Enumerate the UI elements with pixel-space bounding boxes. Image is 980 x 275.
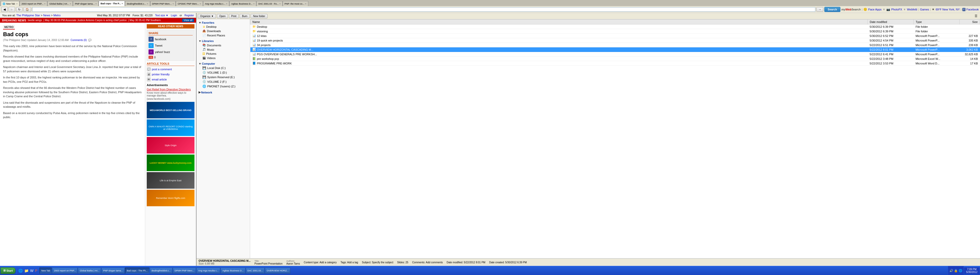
nav-item-volume1[interactable]: 💿 VOLUME 1 (D:) — [198, 70, 248, 75]
taskbar-item-5[interactable]: dealingtheddoti.c... — [150, 268, 173, 274]
quick-word-icon[interactable]: W — [30, 268, 34, 273]
file-row-pgs[interactable]: 📊PGS OVERVIEW GENERALS PRE WORKSH... 5/2… — [250, 52, 980, 57]
tab-active-close[interactable]: × — [121, 2, 123, 5]
tab-8-close[interactable]: × — [226, 3, 228, 5]
tool-print-label[interactable]: printer friendly — [152, 73, 170, 76]
gplus-button[interactable]: +1 — [148, 56, 153, 59]
tab-active[interactable]: Bad cops - The P... × — [99, 1, 125, 6]
photofx-link[interactable]: PhotoFX — [891, 8, 902, 11]
share-yahoo[interactable]: Y! yahoo! buzz — [148, 49, 192, 54]
tab-8[interactable]: Ang mga resulta c... × — [203, 1, 229, 6]
tab-9[interactable]: Agbiac Business D... × — [229, 1, 256, 6]
register-link[interactable]: Register — [185, 14, 194, 17]
nav-item-sysreserved[interactable]: 💾 System Reserved (E:) — [198, 75, 248, 79]
tab-10[interactable]: DnC 2001.03 - Fo... × — [256, 1, 282, 6]
tray-icon-network[interactable]: 🔊 — [950, 269, 953, 272]
file-row-desktop[interactable]: 📁Desktop 5/30/2012 6:39 PM File folder — [250, 24, 980, 29]
home-button[interactable]: 🏠 — [24, 7, 31, 12]
ad-remember[interactable]: Remember Mom! fligifts.com — [147, 190, 194, 206]
col-date[interactable]: Date modified — [868, 20, 914, 24]
share-facebook[interactable]: f facebook — [148, 37, 192, 42]
col-name[interactable]: Name — [250, 20, 868, 24]
taskbar-item-8[interactable]: Agbiac Business D... — [221, 268, 245, 274]
tab-11[interactable]: PNP: the most co... × — [283, 1, 308, 6]
col-type[interactable]: Type — [914, 20, 959, 24]
new-folder-button[interactable]: New folder — [251, 14, 267, 18]
tool-comment-label[interactable]: post a comment — [152, 68, 172, 71]
col-size[interactable]: Size — [959, 20, 980, 24]
nav-item-downloads[interactable]: 📥 Downloads — [198, 29, 248, 33]
file-row-preworkshop[interactable]: 📗pre workshop pcp 5/22/2012 3:48 PM Micr… — [250, 57, 980, 61]
tab-10-close[interactable]: × — [279, 3, 280, 5]
text-size-link[interactable]: Text size ▼ — [155, 14, 169, 17]
taskbar-item-7[interactable]: Ang mga resulta c... — [196, 268, 220, 274]
comments-link[interactable]: Comments (0) — [71, 39, 87, 41]
ad-megaworld[interactable]: MEGAWORLD BEST-SELLING BRAND — [147, 102, 194, 119]
tab-3[interactable]: PNP slogan tama... × — [73, 1, 99, 6]
nav-item-videos[interactable]: 🎬 Videos — [198, 56, 248, 60]
nav-libraries-header[interactable]: ▼ Libraries — [198, 39, 248, 43]
face-apps-link[interactable]: Face Apps — [868, 8, 881, 11]
weather-link[interactable]: 69°F New York, NY — [935, 8, 959, 11]
taskbar-item-9[interactable]: DnC 2001.03... — [246, 268, 265, 274]
print-button[interactable]: Print — [229, 14, 239, 18]
quick-ppt-icon[interactable]: P — [35, 268, 38, 273]
tab-6-close[interactable]: × — [172, 3, 174, 5]
nav-item-local-disk[interactable]: 💾 Local Disk (C:) — [198, 66, 248, 70]
tab-5[interactable]: dealingtheddoti.c... × — [125, 1, 150, 6]
tab-1[interactable]: 2003 report on PNP... × — [20, 1, 47, 6]
ad-lucky[interactable]: LUCKY MONEY www.luckymoney.com — [147, 155, 194, 171]
taskbar-item-4[interactable]: PNP slogan tama... — [101, 268, 124, 274]
tool-email[interactable]: ✉ email article — [147, 77, 194, 82]
ad-digestive-link[interactable]: Get Relief from Digestive Disorders — [147, 88, 194, 91]
tool-comment[interactable]: 💬 post a comment — [147, 67, 194, 71]
tab-7[interactable]: CPSMC PNP Merc... × — [176, 1, 203, 6]
refresh-button[interactable]: ↻ — [16, 7, 22, 12]
nav-item-volume2[interactable]: 💿 VOLUME 2 (F:) — [198, 79, 248, 84]
tool-email-label[interactable]: email article — [152, 78, 167, 81]
file-row-programme[interactable]: 📘PROGRAMME PRE-WORK 5/22/2012 3:53 PM Mi… — [250, 61, 980, 66]
open-button[interactable]: Open — [217, 14, 228, 18]
taskbar-item-active[interactable]: Bad cops - The Ph... — [125, 268, 150, 274]
view-toggle[interactable]: ☰ — [974, 14, 979, 18]
tab-5-close[interactable]: × — [147, 3, 148, 5]
nav-item-documents[interactable]: 📚 Documents — [198, 43, 248, 47]
file-row-overview[interactable]: 📊OVERVIEW HORIZONTAL CASCADING M... 5/22… — [250, 47, 980, 52]
tab-1-close[interactable]: × — [44, 3, 45, 5]
taskbar-item-6[interactable]: DPMH PNP Merc... — [173, 268, 196, 274]
address-input[interactable]: http://www.philstar.com/Article.aspx/art… — [32, 7, 815, 12]
tab-close[interactable]: × — [16, 3, 18, 5]
quick-ie-icon[interactable]: 🌐 — [18, 268, 23, 273]
ad-style[interactable]: Style Origin — [147, 137, 194, 153]
tab-7-close[interactable]: × — [200, 3, 201, 5]
tab-2[interactable]: Global Balita | Art... × — [48, 1, 73, 6]
tray-icon-security[interactable]: 🌐 — [959, 269, 963, 272]
tab-6[interactable]: DPMH PNP Merc... × — [150, 1, 176, 6]
webfetti-link[interactable]: Webfetti — [907, 8, 917, 11]
nav-computer-header[interactable]: ▼ Computer — [198, 62, 248, 66]
clock[interactable]: 7:09 PM 5/30/2012 — [964, 267, 980, 274]
file-row-12kitas[interactable]: 📊12 kitas 5/30/2012 6:52 PM Microsoft Po… — [250, 33, 980, 38]
breadcrumb-subsection[interactable]: Metro — [53, 14, 60, 17]
tool-print[interactable]: 🖨 printer friendly — [147, 72, 194, 76]
share-twitter[interactable]: t Tweet — [148, 43, 192, 48]
file-row-quickwin[interactable]: 📊19 quick win projects 5/30/2012 4:54 PM… — [250, 38, 980, 43]
tab-9-close[interactable]: × — [253, 3, 255, 5]
start-button[interactable]: ⊞ Start — [0, 267, 16, 274]
ad-empire[interactable]: Life is at Empire East — [147, 172, 194, 189]
taskbar-item-10[interactable]: OVERVIEW HORIZ... — [265, 268, 290, 274]
taskbar-item-2[interactable]: 2003 report on PNP... — [52, 268, 78, 274]
tray-icon-volume[interactable]: 🔒 — [954, 269, 958, 272]
ad-resort[interactable]: OWN A MAKATI RESORT CONDO starting at US… — [147, 119, 194, 136]
tab-2-close[interactable]: × — [70, 3, 71, 5]
burn-button[interactable]: Burn — [240, 14, 250, 18]
nav-item-pmonet[interactable]: 🌐 PMONET (\\users) (Z:) — [198, 84, 248, 89]
nav-item-pictures[interactable]: 🖼 Pictures — [198, 52, 248, 56]
breadcrumb-section[interactable]: News — [43, 14, 50, 17]
taskbar-item-3[interactable]: Global Balita | Art... — [78, 268, 101, 274]
taskbar-item-1[interactable]: New Tab — [40, 268, 52, 274]
tab-3-close[interactable]: × — [95, 3, 97, 5]
go-button[interactable]: → — [816, 7, 823, 12]
games-link[interactable]: Games — [920, 8, 929, 11]
tab-11-close[interactable]: × — [305, 3, 306, 5]
